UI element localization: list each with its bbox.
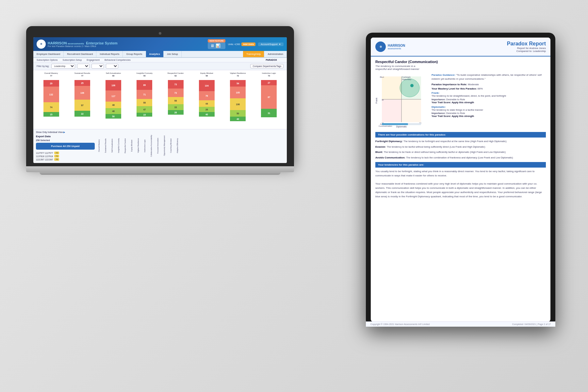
tab-group-reports[interactable]: Group Reports (123, 51, 146, 57)
subnav-subscription-options[interactable]: Subscription Options (37, 59, 58, 61)
tablet-container: ⚙ HARRISON assessments Paradox Report Re… (366, 33, 555, 327)
svg-point-7 (410, 84, 414, 87)
tendencies-text: You usually tend to be forthright, stati… (375, 170, 546, 199)
svg-text:M: M (382, 99, 384, 101)
tablet-screen: ⚙ HARRISON assessments Paradox Report Re… (371, 38, 550, 322)
account-dropdown[interactable]: Account/Support ▼ (258, 42, 284, 46)
new-feature-badge: NEW FEATURE 🖥 📊 (208, 39, 225, 49)
laptop-foot (40, 172, 281, 175)
bar-stack-self-actualization: 106 117 48 46 50 (106, 80, 121, 126)
chart-col-vigilant-resilience: Vigilant Resilience72 54 105 106 50 40 (223, 72, 253, 128)
svg-text:Diplomacy: Diplomacy (402, 78, 411, 80)
report-header: ⚙ HARRISON assessments Paradox Report Re… (371, 38, 550, 57)
subnav-paradox[interactable]: PARADOX (266, 59, 277, 61)
report-subtitle-1: Report for Andrew Jones (507, 47, 546, 50)
app-header: ⚙ HARRISON assessments Enterprise System… (33, 37, 287, 51)
brand-title: HARRISON assessments Enterprise System (48, 41, 118, 45)
employee-score-2: 73 (54, 155, 59, 157)
subnav-behavioral-competencies[interactable]: Behavioral Competencies (105, 59, 131, 61)
subnav-engagement[interactable]: Engagement (87, 59, 100, 61)
report-logo-icon: ⚙ (380, 45, 382, 48)
svg-text:Diplomatic: Diplomatic (396, 125, 407, 128)
bar-stack-sustained-results: 25 106 97 22 (74, 80, 90, 126)
chart-col-respectful-candor: Respectful Candor62 73 73 55 33 26 (160, 72, 191, 128)
report-brand: HARRISON assessments (388, 44, 405, 50)
bar-stack-respectful-candor: 73 73 55 33 26 (168, 80, 184, 126)
laptop-camera (159, 32, 161, 35)
analytics-icon: 📊 (216, 43, 220, 48)
feature-icon-area[interactable]: 🖥 📊 (208, 42, 225, 49)
ha-logo: ⚙ (37, 40, 46, 49)
laptop-base (26, 166, 294, 172)
trait-frank: Frank: The tendency to be straightforwar… (432, 91, 546, 104)
chart-col-self-actualization: Self-Actualization60 106 117 48 46 50 (98, 72, 129, 128)
bar-stack-instinctive-logic: 27 87 31 (261, 80, 277, 126)
employee-score-3: 78 (54, 158, 59, 161)
tab-training-help[interactable]: Training/Help (243, 51, 264, 57)
laptop-bezel: ⚙ HARRISON assessments Enterprise System… (26, 26, 294, 166)
units-area: Units: 4,500 Add Units (228, 42, 255, 46)
filter-label: Filter by tag: (37, 65, 49, 67)
tendencies-header: Your tendencies for this paradox are: (375, 162, 546, 168)
filter-tag-select[interactable]: Leadership (51, 64, 75, 69)
sub-nav: Subscription Options Subscription Setup … (33, 58, 287, 62)
logo-area: ⚙ HARRISON assessments Enterprise System… (37, 40, 118, 49)
tab-administration[interactable]: Administration (264, 51, 287, 57)
purchase-all-button[interactable]: Purchase All 250 Unpaid (36, 143, 95, 150)
report-logo-circle: ⚙ (375, 41, 386, 52)
report-logo-area: ⚙ HARRISON assessments (375, 41, 405, 52)
compare-departments-button[interactable]: Compare Departments/Tags (250, 64, 284, 68)
selected-count: 250 Selected (36, 139, 95, 141)
scroll-column-labels: Overall Mastery Sustained Results Self-A… (98, 131, 284, 160)
filter-select-3[interactable] (91, 64, 104, 69)
report-body: Respectful Candor (Communication) The te… (371, 57, 550, 202)
scroll-columns-area: Overall Mastery Sustained Results Self-A… (98, 131, 284, 161)
report-brand-name: HARRISON (388, 44, 405, 47)
app-subtitle: For test Paradox Balance scores 2 / Main… (48, 45, 118, 47)
report-subtitle-2: Compared to: Leadership (507, 50, 546, 53)
report-guidance: Paradox Guidance: "To build cooperative … (432, 73, 546, 81)
show-only-link[interactable]: Show Only Individual View ▶ (36, 131, 95, 134)
tab-job-setup[interactable]: Job Setup (164, 51, 182, 57)
report-title: Paradox Report (507, 41, 546, 47)
add-units-button[interactable]: Add Units (241, 42, 255, 46)
svg-rect-3 (401, 99, 421, 122)
employee-id-2: 1137818 1137818 (36, 155, 53, 157)
paradox-chart-svg: Blurt Forthright Diplomacy Avoids Commun… (375, 73, 424, 129)
tab-analytics[interactable]: Analytics (146, 51, 164, 57)
chevron-down-icon: ▼ (279, 43, 281, 45)
laptop-screen: ⚙ HARRISON assessments Enterprise System… (33, 37, 287, 163)
tab-employee-dashboard[interactable]: Employee Dashboard (33, 51, 64, 57)
report-footer: Copyright © 1994-2021 Harrison Assessmen… (371, 321, 550, 322)
combo-blunt: Blunt: The tendency to be frank or direc… (375, 150, 546, 154)
paradox-chart-container: Blurt Forthright Diplomacy Avoids Commun… (375, 73, 424, 129)
report-main-content: Blurt Forthright Diplomacy Avoids Commun… (375, 73, 546, 129)
chart-col-instinctive-logic: Instinctive Logic73 27 87 31 (254, 72, 284, 128)
title-block: HARRISON assessments Enterprise System F… (48, 41, 118, 47)
tab-recruitment-dashboard[interactable]: Recruitment Dashboard (64, 51, 96, 57)
report-section-title: Respectful Candor (Communication) (375, 60, 546, 64)
units-text: Units: 4,500 (228, 43, 240, 45)
svg-point-6 (400, 79, 419, 97)
logo-circle-icon: ⚙ (40, 43, 42, 45)
analytics-chart-area: Overall Mastery77 29 132 74 15 Sustained… (33, 70, 287, 129)
subnav-subscription-setup[interactable]: Subscription Setup (63, 59, 82, 61)
svg-text:Frank: Frank (375, 98, 378, 104)
report-text-area: Paradox Guidance: "To build cooperative … (432, 73, 546, 129)
filter-select-2[interactable] (77, 64, 90, 69)
filter-select-4[interactable] (106, 64, 118, 69)
chart-col-equity-mindset: Equity Mindset58 104 76 44 26 40 (191, 72, 222, 128)
svg-rect-2 (382, 99, 401, 122)
laptop-container: ⚙ HARRISON assessments Enterprise System… (26, 26, 294, 229)
report-brand-sub: assessments (388, 47, 405, 50)
bar-stack-insightful-curiosity: 89 71 55 47 15 (137, 80, 152, 126)
report-mastery-line: Your Mastery Level for this Paradox: 88% (432, 87, 546, 90)
report-title-area: Paradox Report Report for Andrew Jones C… (507, 41, 546, 53)
trait-diplomatic: Diplomatic: The tendency to state things… (432, 106, 546, 118)
tab-individual-reports[interactable]: Individual Reports (96, 51, 123, 57)
header-right: NEW FEATURE 🖥 📊 Units: 4,500 Add Units A… (208, 39, 284, 49)
chart-col-sustained-results: Sustained Results77 25 106 97 22 (67, 72, 97, 128)
svg-rect-20 (382, 123, 408, 125)
employee-id-3: 1221587 1221587 (36, 158, 53, 161)
employee-score-1: 79 (54, 152, 59, 154)
